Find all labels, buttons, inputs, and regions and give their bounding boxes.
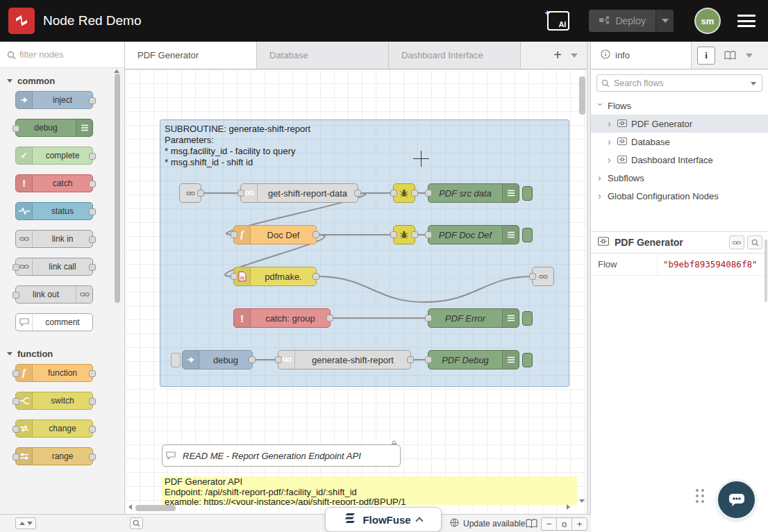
search-flow-button[interactable] xyxy=(747,235,762,249)
scroll-down-arrow-icon[interactable] xyxy=(579,499,585,503)
scroll-up-arrow-icon[interactable] xyxy=(114,69,119,73)
chat-widget-button[interactable] xyxy=(718,481,755,518)
node-input-port[interactable] xyxy=(425,190,432,197)
palette-node-comment[interactable]: comment xyxy=(15,313,93,331)
help-book-icon[interactable] xyxy=(721,47,739,65)
palette-node-function[interactable]: f function xyxy=(15,364,93,382)
tree-subflows[interactable]: › Subflows xyxy=(591,169,768,187)
update-available[interactable]: Update available xyxy=(450,518,525,529)
user-avatar[interactable]: sm xyxy=(696,9,719,33)
node-input-port[interactable] xyxy=(425,356,432,363)
node-port[interactable] xyxy=(12,370,19,377)
node-input-port[interactable] xyxy=(275,356,282,363)
palette-category-function[interactable]: function xyxy=(0,341,124,364)
palette-node-debug[interactable]: debug xyxy=(15,119,93,137)
node-input-port[interactable] xyxy=(390,190,397,197)
add-flow-button[interactable]: + xyxy=(549,47,567,63)
tree-item-database[interactable]: › Database xyxy=(591,133,768,151)
canvas-vertical-scrollbar[interactable] xyxy=(579,76,585,115)
node-debug-breakpoint-1[interactable] xyxy=(393,183,415,203)
zoom-out-button[interactable]: − xyxy=(541,517,557,531)
zoom-in-button[interactable]: + xyxy=(571,517,587,531)
ai-assistant-button[interactable]: + AI xyxy=(547,11,569,31)
node-input-port[interactable] xyxy=(390,231,397,238)
palette-node-change[interactable]: change xyxy=(15,419,93,438)
node-input-port[interactable] xyxy=(425,315,432,322)
node-output-port[interactable] xyxy=(197,190,204,197)
tree-flows[interactable]: › Flows xyxy=(591,97,768,115)
node-output-port[interactable] xyxy=(411,190,418,197)
node-port[interactable] xyxy=(89,208,96,215)
node-input-port[interactable] xyxy=(231,231,237,238)
scroll-right-arrow-icon[interactable] xyxy=(567,504,570,510)
node-comment-readme[interactable]: READ ME - Report Generation Endpoint API xyxy=(162,444,401,467)
node-catch-group[interactable]: ! catch: group xyxy=(233,308,331,328)
debug-toggle-button[interactable] xyxy=(522,186,533,201)
palette-node-complete[interactable]: ✓ complete xyxy=(15,147,93,165)
node-link-out[interactable] xyxy=(532,267,554,286)
palette-node-link-out[interactable]: link out xyxy=(15,285,93,304)
tab-list-menu-button[interactable] xyxy=(571,53,578,58)
debug-toggle-button[interactable] xyxy=(522,353,533,367)
tab-database[interactable]: Database xyxy=(257,42,389,69)
tab-dashboard-interface[interactable]: Dashboard Interface xyxy=(389,42,521,69)
flow-canvas[interactable]: SUBROUTINE: generate-shift-reportParamet… xyxy=(126,69,587,514)
node-port[interactable] xyxy=(89,181,96,188)
node-input-port[interactable] xyxy=(529,273,536,280)
flow-id-value[interactable]: "b9ebf893594086f8" xyxy=(658,259,757,269)
main-menu-button[interactable] xyxy=(737,15,756,27)
node-port[interactable] xyxy=(89,398,96,405)
node-output-port[interactable] xyxy=(407,356,414,363)
docs-book-icon[interactable] xyxy=(526,519,537,531)
scroll-left-arrow-icon[interactable] xyxy=(128,504,132,510)
palette-node-switch[interactable]: switch xyxy=(15,392,93,410)
drag-handle[interactable] xyxy=(696,489,706,507)
node-port[interactable] xyxy=(89,264,96,271)
palette-node-catch[interactable]: ! catch xyxy=(15,174,93,192)
palette-node-inject[interactable]: inject xyxy=(15,91,93,109)
node-output-port[interactable] xyxy=(312,231,319,238)
node-port[interactable] xyxy=(12,292,19,299)
search-flows-input[interactable] xyxy=(614,75,746,91)
palette-node-status[interactable]: status xyxy=(15,202,93,220)
node-output-port[interactable] xyxy=(411,231,418,238)
inject-trigger-button[interactable] xyxy=(171,353,181,367)
tab-pdf-generator[interactable]: PDF Generator xyxy=(125,42,257,69)
node-port[interactable] xyxy=(12,398,19,405)
node-output-port[interactable] xyxy=(312,273,319,280)
node-pdf-error[interactable]: PDF Error xyxy=(428,308,519,328)
info-tab-icon-button[interactable]: i xyxy=(697,47,715,65)
node-port[interactable] xyxy=(89,370,96,377)
tree-item-pdf-generator[interactable]: › PDF Generator xyxy=(591,115,768,133)
palette-category-common[interactable]: common xyxy=(0,68,124,91)
node-inject-debug[interactable]: debug xyxy=(182,350,253,369)
api-note-text[interactable]: PDF Generator API Endpoint: /api/shift-r… xyxy=(162,476,577,505)
sidebar-scrollbar[interactable] xyxy=(765,240,767,302)
zoom-reset-button[interactable]: o xyxy=(556,517,572,531)
node-get-shift-report-data[interactable]: get-shift-report-data xyxy=(240,183,358,203)
debug-toggle-button[interactable] xyxy=(522,311,533,326)
node-port[interactable] xyxy=(12,454,19,460)
palette-scrollbar[interactable] xyxy=(115,74,120,303)
workspace-search-button[interactable] xyxy=(130,517,143,529)
node-port[interactable] xyxy=(89,454,96,460)
flowfuse-banner[interactable]: FlowFuse xyxy=(325,507,442,532)
palette-node-range[interactable]: range xyxy=(15,447,93,465)
node-input-port[interactable] xyxy=(231,273,237,280)
node-port[interactable] xyxy=(89,153,96,160)
palette-node-link-in[interactable]: link in xyxy=(15,230,93,248)
node-output-port[interactable] xyxy=(326,315,333,322)
palette-collapse-button[interactable] xyxy=(15,517,36,529)
node-port[interactable] xyxy=(12,264,19,271)
sidebar-menu-button[interactable] xyxy=(746,53,753,58)
deploy-button[interactable]: Deploy xyxy=(589,10,674,32)
node-pdf-doc-def[interactable]: PDF Doc Def xyxy=(428,225,519,244)
canvas-horizontal-scrollbar[interactable] xyxy=(135,505,176,511)
copy-link-button[interactable] xyxy=(729,235,744,249)
deploy-options-button[interactable] xyxy=(656,10,674,32)
tree-item-dashboard-interface[interactable]: › Dashboard Interface xyxy=(591,151,768,169)
node-port[interactable] xyxy=(89,426,96,433)
node-pdf-debug[interactable]: PDF Debug xyxy=(428,350,519,369)
node-generate-shift-report[interactable]: generate-shift-report xyxy=(278,350,411,369)
node-doc-def[interactable]: f Doc Def xyxy=(233,225,317,244)
